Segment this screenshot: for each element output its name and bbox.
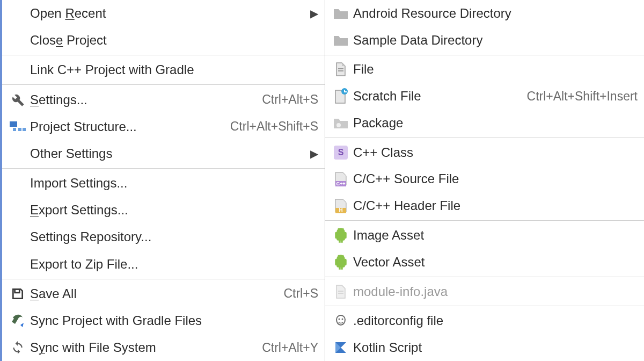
- menu-item-label: Sync with File System: [30, 340, 262, 355]
- menu-item-editorconfig-file[interactable]: .editorconfig file: [325, 307, 644, 334]
- menu-item-export-settings[interactable]: Export Settings...: [2, 197, 325, 223]
- folder-grey-icon: [328, 7, 353, 20]
- menu-item-import-settings[interactable]: Import Settings...: [2, 170, 325, 197]
- save-icon: [5, 287, 30, 301]
- menu-item-label: .editorconfig file: [353, 313, 638, 328]
- editorconfig-icon: [328, 313, 353, 328]
- svg-point-8: [336, 123, 341, 127]
- menu-item-label: Import Settings...: [30, 176, 318, 191]
- menu-separator: [2, 55, 325, 55]
- menu-item-sync-with-file-system[interactable]: Sync with File SystemCtrl+Alt+Y: [2, 334, 325, 361]
- menu-item-label: Settings Repository...: [30, 229, 318, 244]
- menu-item-link-c-project-with-gradle[interactable]: Link C++ Project with Gradle: [2, 56, 325, 83]
- menu-item-open-recent[interactable]: Open Recent▶: [2, 0, 325, 27]
- cpp-class-icon: S: [328, 146, 353, 160]
- cpp-hdr-icon: H: [328, 198, 353, 213]
- menu-separator: [325, 306, 644, 306]
- menu-item-file[interactable]: File: [325, 56, 644, 83]
- menu-item-save-all[interactable]: Save AllCtrl+S: [2, 280, 325, 307]
- menu-item-label: Other Settings: [30, 146, 306, 161]
- file-menu: Open Recent▶Close ProjectLink C++ Projec…: [0, 0, 325, 361]
- svg-rect-3: [23, 128, 26, 131]
- menu-item-vector-asset[interactable]: Vector Asset: [325, 249, 644, 276]
- proj-struct-icon: [5, 120, 30, 133]
- menu-item-label: Open Recent: [30, 6, 306, 21]
- menu-separator: [2, 168, 325, 169]
- svg-rect-5: [338, 68, 343, 69]
- menu-item-label: Export to Zip File...: [30, 257, 318, 272]
- menu-item-label: Android Resource Directory: [353, 6, 638, 21]
- svg-rect-2: [18, 128, 21, 131]
- svg-rect-15: [338, 291, 343, 292]
- menu-item-label: Sync Project with Gradle Files: [30, 313, 318, 328]
- menu-item-label: Project Structure...: [30, 119, 230, 134]
- menu-item-settings[interactable]: Settings...Ctrl+Alt+S: [2, 86, 325, 113]
- menu-separator: [325, 277, 644, 277]
- sync-gradle-icon: [5, 313, 30, 328]
- menu-item-label: Save All: [30, 286, 283, 301]
- menu-shortcut: Ctrl+S: [283, 286, 318, 301]
- svg-rect-1: [13, 128, 16, 131]
- menu-item-label: Scratch File: [353, 89, 527, 104]
- menu-shortcut: Ctrl+Alt+Y: [262, 341, 318, 355]
- android-icon: [328, 254, 353, 270]
- menu-shortcut: Ctrl+Alt+Shift+S: [230, 119, 318, 134]
- menu-shortcut: Ctrl+Alt+S: [262, 92, 318, 107]
- menu-item-label: Kotlin Script: [353, 340, 638, 355]
- menu-separator: [325, 55, 644, 55]
- menu-item-label: C/C++ Header File: [353, 198, 638, 213]
- menu-item-sync-project-with-gradle-files[interactable]: Sync Project with Gradle Files: [2, 307, 325, 334]
- svg-text:C++: C++: [336, 181, 345, 186]
- kotlin-icon: [328, 341, 353, 355]
- file-icon: [328, 62, 353, 77]
- menu-item-kotlin-script[interactable]: Kotlin Script: [325, 334, 644, 361]
- scratch-icon: [328, 88, 353, 104]
- menu-item-other-settings[interactable]: Other Settings▶: [2, 140, 325, 167]
- menu-item-c-c-header-file[interactable]: HC/C++ Header File: [325, 192, 644, 219]
- menu-item-project-structure[interactable]: Project Structure...Ctrl+Alt+Shift+S: [2, 113, 325, 140]
- menu-item-label: C++ Class: [353, 145, 638, 160]
- menu-item-label: Close Project: [30, 33, 318, 48]
- menu-item-c-c-source-file[interactable]: C++C/C++ Source File: [325, 166, 644, 193]
- package-icon: [328, 117, 353, 129]
- menu-item-settings-repository[interactable]: Settings Repository...: [2, 223, 325, 250]
- menu-item-close-project[interactable]: Close Project: [2, 27, 325, 54]
- svg-rect-16: [338, 293, 343, 294]
- svg-point-18: [342, 319, 343, 320]
- menu-item-export-to-zip-file[interactable]: Export to Zip File...: [2, 250, 325, 277]
- menu-item-c-class[interactable]: SC++ Class: [325, 139, 644, 166]
- menu-item-label: Sample Data Directory: [353, 33, 638, 48]
- menu-separator: [2, 279, 325, 279]
- menu-item-label: Settings...: [30, 92, 262, 107]
- svg-rect-6: [338, 70, 343, 71]
- folder-grey-icon: [328, 34, 353, 47]
- menu-item-label: module-info.java: [353, 284, 638, 299]
- sync-icon: [5, 341, 30, 355]
- submenu-arrow-icon: ▶: [310, 147, 318, 160]
- menu-item-label: Export Settings...: [30, 203, 318, 218]
- menu-separator: [325, 220, 644, 221]
- wrench-icon: [5, 92, 30, 107]
- menu-item-label: File: [353, 62, 638, 77]
- menu-item-scratch-file[interactable]: Scratch FileCtrl+Alt+Shift+Insert: [325, 83, 644, 110]
- menu-item-label: Link C++ Project with Gradle: [30, 62, 318, 77]
- menu-item-label: Package: [353, 115, 638, 131]
- menu-item-module-info-java: module-info.java: [325, 278, 644, 305]
- menu-item-label: Vector Asset: [353, 255, 638, 270]
- menu-item-sample-data-directory[interactable]: Sample Data Directory: [325, 27, 644, 54]
- menu-item-label: Image Asset: [353, 228, 638, 243]
- file-grey-icon: [328, 284, 353, 299]
- svg-text:S: S: [338, 148, 344, 157]
- submenu-arrow-icon: ▶: [310, 7, 318, 20]
- menu-shortcut: Ctrl+Alt+Shift+Insert: [527, 89, 638, 104]
- menu-item-image-asset[interactable]: Image Asset: [325, 222, 644, 249]
- svg-point-17: [339, 319, 340, 320]
- cpp-src-icon: C++: [328, 171, 353, 186]
- menu-item-package[interactable]: Package: [325, 110, 644, 136]
- menu-separator: [2, 84, 325, 85]
- svg-rect-4: [15, 289, 20, 293]
- menu-item-label: C/C++ Source File: [353, 171, 638, 186]
- svg-text:H: H: [339, 207, 342, 213]
- svg-rect-0: [10, 121, 17, 127]
- menu-item-android-resource-directory[interactable]: Android Resource Directory: [325, 0, 644, 27]
